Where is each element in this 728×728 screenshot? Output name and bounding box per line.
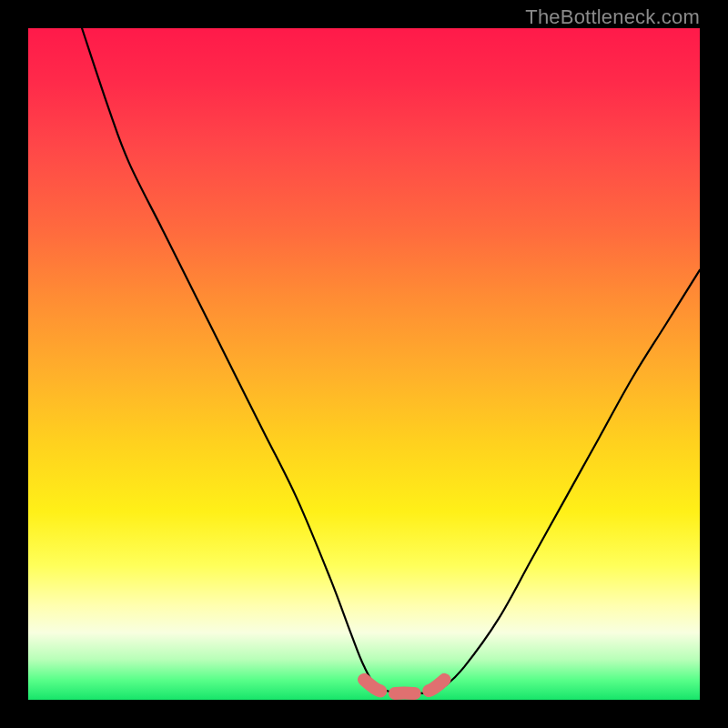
optimal-zone-highlight — [364, 680, 445, 693]
bottleneck-chart — [0, 0, 728, 728]
bottleneck-curve — [82, 28, 700, 693]
watermark-text: TheBottleneck.com — [525, 5, 700, 29]
chart-frame: TheBottleneck.com — [0, 0, 728, 728]
